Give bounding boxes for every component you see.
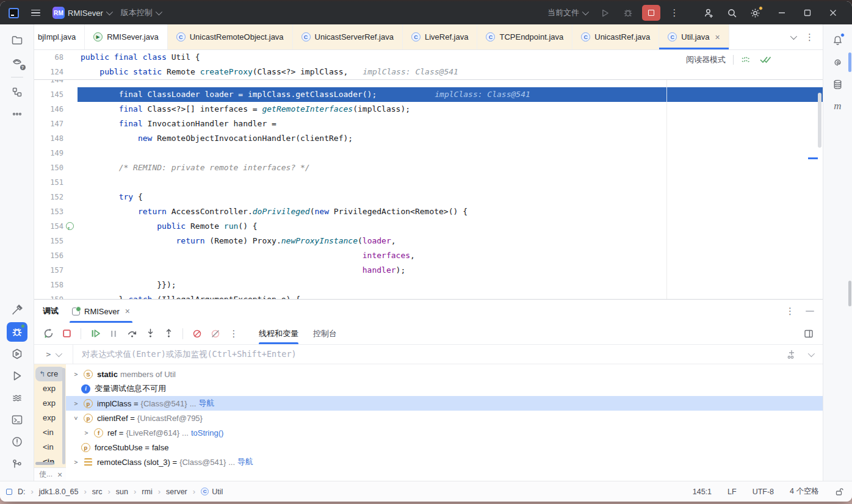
expand-icon[interactable]: > [71,400,81,407]
code-line-157[interactable]: 157 handler); [34,263,823,278]
frame-item[interactable]: exp [34,396,66,411]
frames-scrollbar[interactable] [62,368,65,464]
variable-row[interactable]: >fref = {LiveRef@614} ... toString() [66,425,823,440]
code-line-155[interactable]: 155 return (Remote) Proxy.newProxyInstan… [34,234,823,248]
status-widget[interactable]: 145:1 [693,488,712,496]
step-out-button[interactable] [161,326,176,341]
frame-item[interactable]: exp [34,381,66,396]
breadcrumb-item[interactable]: jdk1.8.0_65 [39,488,79,496]
pause-button[interactable] [106,326,121,341]
frames-h-scrollbar[interactable] [35,462,54,465]
ai-assistant-button[interactable] [828,52,848,72]
evaluate-expression-bar[interactable]: > 对表达式求值(Enter)或添加监视(Ctrl+Shift+Enter) [34,344,823,364]
waves-tool-button[interactable] [7,388,27,408]
services-tool-button[interactable] [7,344,27,364]
editor-tab[interactable]: CUnicastRemoteObject.java [168,24,293,49]
code-line-159[interactable]: 159 } catch (IllegalArgumentException e)… [34,292,823,299]
mute-breakpoints-button[interactable] [208,326,223,341]
run-button[interactable] [596,5,614,21]
code-line-152[interactable]: 152 try { [34,190,823,204]
line-number[interactable]: 157 [34,263,63,278]
line-number[interactable]: 156 [34,248,63,263]
frame-item[interactable]: <in [34,440,66,455]
variable-action-link[interactable]: toString() [191,428,223,437]
variable-row[interactable]: i变量调试信息不可用 [66,381,823,396]
editor-scrollbar[interactable] [818,93,821,148]
line-number[interactable]: 154 [34,219,63,234]
version-control-tool-button[interactable] [7,454,27,473]
line-number[interactable]: 159 [34,292,63,299]
code-line-156[interactable]: 156 interfaces, [34,248,823,263]
frame-item[interactable]: exp [34,411,66,425]
breadcrumb-item[interactable]: rmi [142,488,152,496]
tab-threads-variables[interactable]: 线程和变量 [259,323,298,344]
stop-process-button[interactable] [59,326,74,341]
highlight-level-icon[interactable] [741,56,752,64]
unlock-icon[interactable] [835,488,843,496]
status-widget[interactable]: 4 个空格 [790,486,819,497]
debug-button[interactable] [619,5,637,21]
database-button[interactable] [828,74,848,94]
more-actions-button[interactable]: ⋮ [665,5,684,21]
run-tool-button[interactable] [7,366,27,386]
debug-more-button[interactable]: ⋮ [226,326,242,341]
code-line-153[interactable]: 153 return AccessController.doPrivileged… [34,204,823,219]
editor-tab[interactable]: ▶RMISever.java [85,24,168,49]
debug-session-tab[interactable]: RMISever × [70,300,132,323]
minimize-button[interactable] [769,4,795,22]
line-number[interactable]: 146 [34,102,63,117]
expand-icon[interactable] [808,350,815,356]
debug-options-button[interactable]: ⋮ [785,306,795,317]
code-line-150[interactable]: 150 /* REMIND: private remote interfaces… [34,160,823,175]
editor-tab[interactable]: CUnicastRef.java [572,24,659,49]
code-line-148[interactable]: 148 new RemoteObjectInvocationHandler(cl… [34,131,823,146]
search-everywhere-button[interactable] [723,5,741,21]
breadcrumb-item[interactable]: src [92,488,103,496]
rerun-button[interactable] [40,326,56,341]
resume-button[interactable] [87,326,103,341]
close-tab-icon[interactable]: × [715,33,720,41]
code-line-151[interactable]: 151 [34,175,823,190]
line-number[interactable]: 149 [34,146,63,160]
layout-settings-button[interactable] [801,326,817,341]
project-tool-button[interactable] [7,31,27,50]
evaluate-expression-input[interactable]: 对表达式求值(Enter)或添加监视(Ctrl+Shift+Enter) [73,349,776,360]
more-tool-windows-button[interactable] [7,104,27,124]
expand-icon[interactable]: > [71,459,81,466]
line-number[interactable]: 148 [34,131,63,146]
terminal-tool-button[interactable] [7,410,27,430]
add-watch-icon[interactable] [786,349,797,360]
code-line-145[interactable]: 145 final ClassLoader loader = implClass… [34,87,823,102]
expand-icon[interactable]: > [81,430,92,436]
close-hint-icon[interactable]: × [57,470,62,479]
tab-console[interactable]: 控制台 [313,323,337,344]
editor-tab[interactable]: bjImpl.java [34,24,85,49]
breadcrumb-item[interactable]: CUtil [201,488,223,496]
debug-tool-button[interactable] [7,322,27,342]
variable-row[interactable]: >pimplClass = {Class@541} ... 导航 [66,396,823,411]
project-widget[interactable]: RM RMISever [52,7,111,19]
code-line-147[interactable]: 147 final InvocationHandler handler = [34,117,823,131]
hide-tool-window-button[interactable] [806,311,814,312]
frame-item[interactable]: <in [34,425,66,440]
settings-button[interactable] [746,5,764,21]
plugin-fish-tool-button[interactable]: ? [7,52,27,72]
implementing-method-gutter-icon[interactable] [66,222,74,230]
code-line-149[interactable]: 149 [34,146,823,160]
code-with-me-button[interactable] [699,5,718,21]
editor-tab[interactable]: CUtil.java× [659,24,729,49]
line-number[interactable]: 150 [34,160,63,175]
expand-icon[interactable]: > [71,371,81,378]
tab-options-button[interactable]: ⋮ [805,32,814,43]
line-number[interactable]: 155 [34,234,63,248]
code-line-146[interactable]: 146 final Class<?>[] interfaces = getRem… [34,102,823,117]
notifications-button[interactable] [828,31,848,50]
build-tool-button[interactable] [7,300,27,320]
variable-row[interactable]: >Sstatic members of Util [66,367,823,381]
variable-row[interactable]: >remoteClass (slot_3) = {Class@541} ... … [66,455,823,469]
reader-mode-button[interactable]: 阅读器模式 [686,54,726,65]
vcs-widget[interactable]: 版本控制 [121,7,161,18]
line-number[interactable]: 145 [34,87,63,102]
code-line-124[interactable]: 124 public static Remote createProxy(Cla… [34,65,823,79]
main-menu-button[interactable] [29,7,43,19]
